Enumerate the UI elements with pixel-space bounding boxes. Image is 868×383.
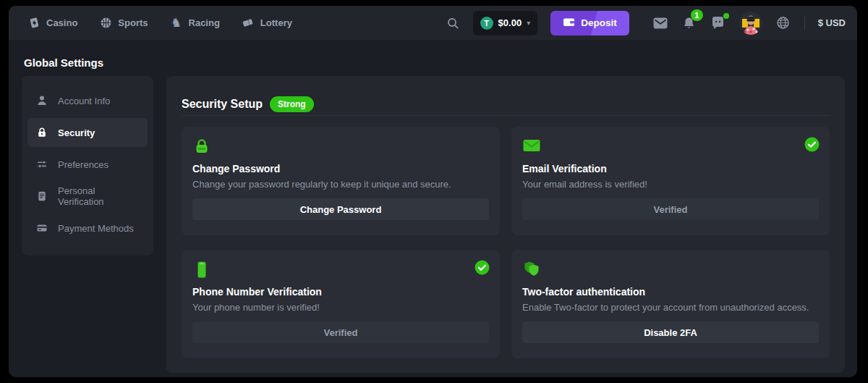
disable-2fa-button[interactable]: Disable 2FA	[522, 321, 819, 343]
sliders-icon	[36, 159, 48, 170]
user-icon	[36, 95, 48, 106]
card-description: Enable Two-factor to protect your accoun…	[522, 302, 819, 313]
notification-count-badge: 1	[691, 9, 703, 21]
balance-amount: $0.00	[498, 17, 522, 28]
sidebar-item-security[interactable]: Security	[27, 118, 148, 147]
tether-coin-icon: T	[480, 17, 493, 30]
primary-nav: Casino Sports ♞ Racing Lottery	[27, 17, 292, 30]
card-title: Phone Number Verification	[192, 286, 489, 298]
nav-label: Lottery	[260, 17, 292, 28]
user-avatar[interactable]	[739, 12, 762, 35]
page-title: Global Settings	[24, 56, 103, 69]
phone-green-icon	[192, 261, 489, 279]
currency-selector[interactable]: $ USD	[818, 17, 846, 28]
casino-cards-icon	[27, 17, 41, 30]
nav-item-sports[interactable]: Sports	[99, 17, 148, 30]
sidebar-item-label: Preferences	[58, 159, 109, 170]
chat-online-dot	[723, 13, 729, 19]
wallet-icon	[563, 17, 575, 30]
nav-label: Sports	[118, 17, 148, 28]
sidebar-item-label: Personal Verification	[58, 185, 139, 207]
card-description: Change your password regularly to keep i…	[192, 179, 489, 190]
card-description: Your phone number is verified!	[192, 302, 489, 313]
wallet-balance-dropdown[interactable]: T $0.00 ▾	[473, 11, 538, 35]
search-icon[interactable]	[446, 16, 460, 30]
notifications-bell-icon[interactable]: 1	[681, 15, 697, 31]
sidebar-item-label: Payment Methods	[58, 223, 134, 234]
sidebar-item-label: Security	[58, 127, 95, 138]
panel-title: Security Setup	[182, 98, 263, 111]
top-navbar: Casino Sports ♞ Racing Lottery	[9, 6, 857, 40]
navbar-divider	[804, 17, 805, 30]
lock-icon	[36, 127, 48, 138]
security-strength-badge: Strong	[270, 96, 314, 112]
navbar-actions: T $0.00 ▾ Deposit 1	[446, 11, 846, 35]
email-verified-button[interactable]: Verified	[522, 198, 819, 220]
document-icon	[36, 190, 48, 202]
sidebar-item-personal-verification[interactable]: Personal Verification	[27, 182, 148, 211]
envelope-green-icon	[522, 138, 819, 156]
app-window: Casino Sports ♞ Racing Lottery	[9, 6, 857, 377]
deposit-button[interactable]: Deposit	[550, 11, 629, 35]
sidebar-item-label: Account Info	[58, 96, 110, 106]
settings-sidebar: Account Info Security Preferences Person…	[22, 76, 153, 256]
email-verification-card: Email Verification Your email address is…	[511, 127, 830, 235]
messages-icon[interactable]	[652, 15, 668, 31]
nav-item-casino[interactable]: Casino	[27, 17, 77, 30]
chat-icon[interactable]	[710, 15, 726, 31]
verified-check-icon	[804, 137, 820, 155]
card-description: Your email address is verified!	[522, 179, 819, 190]
chevron-down-icon: ▾	[527, 19, 530, 27]
change-password-card: Change Password Change your password reg…	[182, 127, 500, 235]
sidebar-item-account-info[interactable]: Account Info	[27, 86, 148, 115]
phone-verified-button[interactable]: Verified	[192, 321, 489, 343]
lottery-ticket-icon	[242, 17, 255, 30]
nav-item-lottery[interactable]: Lottery	[242, 17, 292, 30]
verified-check-icon	[475, 260, 490, 278]
sidebar-item-preferences[interactable]: Preferences	[27, 150, 148, 179]
deposit-label: Deposit	[581, 17, 617, 28]
credit-card-icon	[36, 222, 48, 234]
security-cards-grid: Change Password Change your password reg…	[182, 127, 830, 358]
panel-header: Security Setup Strong	[182, 76, 830, 116]
card-title: Change Password	[192, 163, 489, 174]
card-title: Two-factor authentication	[522, 286, 819, 298]
padlock-green-icon	[192, 138, 489, 156]
card-title: Email Verification	[522, 163, 819, 174]
sidebar-item-payment-methods[interactable]: Payment Methods	[27, 214, 148, 243]
nav-item-racing[interactable]: ♞ Racing	[170, 17, 220, 30]
language-globe-icon[interactable]	[775, 15, 791, 31]
change-password-button[interactable]: Change Password	[192, 198, 489, 220]
phone-verification-card: Phone Number Verification Your phone num…	[182, 250, 500, 358]
horse-racing-icon: ♞	[170, 17, 183, 30]
two-factor-card: Two-factor authentication Enable Two-fac…	[511, 250, 830, 358]
double-shield-green-icon	[522, 261, 819, 279]
nav-label: Casino	[46, 17, 77, 28]
nav-label: Racing	[189, 17, 220, 28]
security-setup-panel: Security Setup Strong Change Password Ch…	[166, 76, 845, 373]
basketball-icon	[99, 17, 112, 30]
